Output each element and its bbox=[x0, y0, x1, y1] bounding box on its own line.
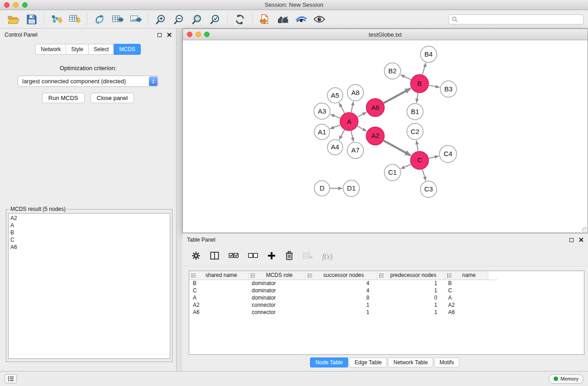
close-panel-icon[interactable] bbox=[167, 33, 172, 37]
home-button[interactable] bbox=[274, 12, 292, 27]
search-input[interactable] bbox=[459, 16, 580, 23]
graph-node-C1[interactable]: C1 bbox=[384, 164, 401, 181]
graph-edge-C-C2[interactable] bbox=[416, 140, 418, 151]
tab-network[interactable]: Network bbox=[35, 44, 66, 55]
show-columns-button[interactable] bbox=[210, 252, 219, 262]
minimize-window-icon[interactable] bbox=[13, 2, 19, 8]
graph-edge-B-B3[interactable] bbox=[429, 86, 440, 87]
table-cell[interactable]: B bbox=[445, 280, 488, 287]
graph-edge-A6-B[interactable] bbox=[383, 88, 411, 103]
table-cell[interactable]: dominator bbox=[248, 287, 305, 294]
table-cell[interactable]: A2 bbox=[445, 301, 488, 309]
graph-node-D1[interactable]: D1 bbox=[343, 180, 359, 196]
zoom-in-button[interactable] bbox=[152, 12, 170, 27]
graph-node-A8[interactable]: A8 bbox=[347, 85, 363, 101]
delete-table-button[interactable] bbox=[303, 252, 313, 261]
table-row[interactable]: Bdominator41B bbox=[189, 280, 497, 287]
graph-edge-A-A3[interactable] bbox=[330, 114, 340, 118]
close-table-panel-icon[interactable] bbox=[579, 238, 583, 242]
tab-node-table[interactable]: Node Table bbox=[310, 357, 349, 367]
graph-edge-A-A1[interactable] bbox=[330, 125, 340, 129]
float-table-panel-icon[interactable] bbox=[569, 238, 574, 242]
result-item[interactable]: C bbox=[9, 236, 170, 243]
import-table-button[interactable] bbox=[66, 12, 84, 27]
float-panel-icon[interactable] bbox=[158, 33, 162, 37]
graph-node-B4[interactable]: B4 bbox=[421, 46, 437, 62]
table-cell[interactable]: 8 bbox=[305, 294, 377, 301]
graph-edge-C-C3[interactable] bbox=[422, 169, 426, 181]
network-canvas[interactable]: B4B2BB3A5A8A6A3B1AA1C2A2A4A7C4CC1C3DD1 bbox=[183, 40, 588, 233]
column-header-successor-nodes[interactable]: successor nodes bbox=[305, 271, 377, 280]
graph-edge-A-A8[interactable] bbox=[351, 101, 354, 112]
table-cell[interactable]: 4 bbox=[305, 287, 377, 294]
delete-column-button[interactable] bbox=[285, 251, 293, 262]
table-cell[interactable]: 1 bbox=[377, 280, 445, 287]
zoom-out-button[interactable] bbox=[170, 12, 188, 27]
graph-edge-A2-C[interactable] bbox=[383, 141, 411, 156]
table-row[interactable]: Cdominator41C bbox=[189, 287, 497, 294]
tab-select[interactable]: Select bbox=[88, 44, 114, 55]
function-builder-button[interactable]: f(x) bbox=[322, 253, 332, 261]
open-session-button[interactable] bbox=[5, 12, 23, 27]
network-from-web-button[interactable] bbox=[91, 12, 109, 27]
criterion-dropdown[interactable]: largest connected component (directed) ▲… bbox=[18, 76, 158, 87]
memory-button[interactable]: Memory bbox=[549, 374, 583, 384]
table-cell[interactable]: B bbox=[189, 280, 248, 287]
graph-node-D[interactable]: D bbox=[314, 181, 330, 196]
graph-edge-C-C4[interactable] bbox=[429, 156, 439, 158]
table-cell[interactable]: 1 bbox=[377, 287, 445, 294]
result-item[interactable]: A bbox=[9, 222, 170, 229]
table-cell[interactable]: 0 bbox=[377, 294, 445, 301]
table-settings-button[interactable] bbox=[191, 251, 201, 262]
graph-edge-B-B2[interactable] bbox=[401, 75, 411, 80]
graph-node-B3[interactable]: B3 bbox=[440, 81, 457, 97]
graph-node-C2[interactable]: C2 bbox=[407, 124, 423, 140]
graph-node-A1[interactable]: A1 bbox=[314, 124, 330, 140]
table-cell[interactable]: C bbox=[189, 287, 248, 294]
run-mcds-button[interactable]: Run MCDS bbox=[42, 93, 85, 103]
add-column-button[interactable] bbox=[268, 252, 276, 262]
graphics-details-button[interactable] bbox=[292, 12, 310, 27]
column-header-predecessor-nodes[interactable]: predecessor nodes bbox=[377, 271, 445, 280]
result-item[interactable]: B bbox=[9, 229, 170, 236]
network-graph[interactable]: B4B2BB3A5A8A6A3B1AA1C2A2A4A7C4CC1C3DD1 bbox=[183, 40, 588, 233]
page-arrow-button[interactable] bbox=[256, 12, 274, 27]
graph-node-A4[interactable]: A4 bbox=[327, 139, 343, 155]
zoom-network-icon[interactable] bbox=[204, 32, 210, 37]
graph-edge-A-A4[interactable] bbox=[339, 130, 344, 140]
close-window-icon[interactable] bbox=[4, 2, 10, 8]
table-cell[interactable]: 1 bbox=[377, 309, 445, 316]
graph-node-B2[interactable]: B2 bbox=[384, 63, 401, 79]
graph-node-C3[interactable]: C3 bbox=[421, 181, 437, 197]
graph-node-B[interactable]: B bbox=[411, 75, 429, 93]
graph-node-A2[interactable]: A2 bbox=[366, 127, 384, 145]
tab-motifs[interactable]: Motifs bbox=[434, 357, 459, 367]
select-all-button[interactable] bbox=[229, 253, 239, 261]
tab-style[interactable]: Style bbox=[66, 44, 88, 55]
table-cell[interactable]: connector bbox=[248, 309, 305, 316]
table-row[interactable]: A2connector11A2 bbox=[189, 301, 497, 309]
table-row[interactable]: A6connector11A6 bbox=[189, 309, 497, 316]
deselect-all-button[interactable] bbox=[248, 253, 258, 261]
export-image-button[interactable] bbox=[127, 12, 145, 27]
graph-node-C4[interactable]: C4 bbox=[440, 145, 457, 162]
close-network-icon[interactable] bbox=[187, 32, 192, 37]
graph-edge-A-A2[interactable] bbox=[358, 126, 367, 131]
table-cell[interactable]: connector bbox=[248, 301, 305, 309]
minimize-network-icon[interactable] bbox=[196, 32, 201, 37]
column-header-name[interactable]: name bbox=[445, 271, 488, 280]
zoom-selected-button[interactable] bbox=[206, 12, 224, 27]
table-cell[interactable]: 1 bbox=[305, 301, 377, 309]
save-session-button[interactable] bbox=[23, 12, 41, 27]
graph-node-A3[interactable]: A3 bbox=[314, 103, 330, 119]
graph-node-C[interactable]: C bbox=[411, 151, 429, 169]
graph-node-A5[interactable]: A5 bbox=[327, 88, 343, 103]
graph-edge-A-A6[interactable] bbox=[358, 112, 367, 117]
table-cell[interactable]: 1 bbox=[305, 309, 377, 316]
show-hide-button[interactable] bbox=[310, 12, 328, 27]
graph-node-A6[interactable]: A6 bbox=[366, 99, 384, 117]
table-cell[interactable]: dominator bbox=[248, 294, 305, 301]
node-table[interactable]: shared nameMCDS rolesuccessor nodesprede… bbox=[189, 271, 584, 355]
result-item[interactable]: A6 bbox=[9, 243, 170, 251]
graph-node-B1[interactable]: B1 bbox=[407, 104, 423, 120]
